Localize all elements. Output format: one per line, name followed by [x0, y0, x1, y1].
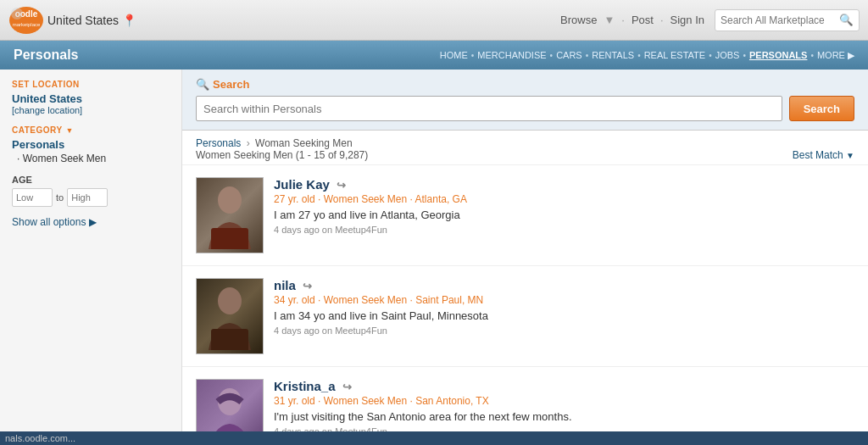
listing-item: Julie Kay ↪ 27 yr. old · Women Seek Men …: [182, 165, 868, 266]
main-content: SET LOCATION United States [change locat…: [0, 70, 868, 443]
listing-time-1: 4 days ago on Meetup4Fun: [274, 225, 854, 235]
listing-meta-2: 34 yr. old · Women Seek Men · Saint Paul…: [274, 294, 854, 306]
post-link[interactable]: Post: [632, 14, 654, 26]
nav-merchandise[interactable]: MERCHANDISE: [477, 50, 546, 60]
section-title: Personals: [14, 47, 78, 63]
listing-meta-1: 27 yr. old · Women Seek Men · Atlanta, G…: [274, 193, 854, 205]
listing-name-2: nila ↪: [274, 278, 854, 292]
breadcrumb-left: Personals › Woman Seeking Men Women Seek…: [196, 137, 368, 161]
svg-rect-7: [211, 329, 248, 350]
category-dropdown-icon[interactable]: ▼: [66, 126, 74, 135]
site-header: oodle marketplace United States 📍 Browse…: [0, 0, 868, 41]
nav-home[interactable]: HOME: [440, 50, 468, 60]
header-search-input[interactable]: [715, 14, 834, 26]
search-area: 🔍 Search Search: [182, 70, 868, 131]
age-label: AGE: [12, 175, 170, 185]
share-icon-3[interactable]: ↪: [342, 381, 352, 393]
age-inputs: to: [12, 188, 170, 207]
sidebar-location-value: United States: [12, 92, 170, 105]
svg-point-4: [218, 186, 242, 214]
sidebar-change-location[interactable]: [change location]: [12, 105, 170, 115]
location-pin-icon: 📍: [122, 14, 136, 27]
share-icon-2[interactable]: ↪: [303, 280, 312, 292]
results-count: Women Seeking Men (1 - 15 of 9,287): [196, 149, 368, 161]
svg-point-3: [11, 8, 23, 19]
age-to-label: to: [56, 192, 64, 203]
nav-more[interactable]: MORE ▶: [817, 50, 854, 61]
search-magnifier-icon: 🔍: [196, 78, 209, 91]
listing-desc-2: I am 34 yo and live in Saint Paul, Minne…: [274, 309, 854, 322]
age-high-input[interactable]: [67, 188, 108, 207]
nav-sep-dot-1: ·: [621, 14, 625, 26]
listing-name-3: Kristina_a ↪: [274, 379, 854, 393]
category-main-item[interactable]: Personals: [12, 138, 170, 151]
share-icon-1[interactable]: ↪: [337, 179, 346, 192]
header-search-button[interactable]: 🔍: [834, 14, 859, 26]
svg-text:marketplace: marketplace: [13, 22, 41, 27]
listing-meta-3: 31 yr. old · Women Seek Men · San Antoni…: [274, 395, 854, 407]
change-location-link[interactable]: [change location]: [12, 105, 82, 115]
content-area: 🔍 Search Search Personals › Woman Seekin…: [182, 70, 868, 443]
sidebar-category-section: CATEGORY ▼ Personals Women Seek Men: [12, 125, 170, 164]
header-nav: Browse ▼ · Post · Sign In: [560, 14, 704, 26]
listing-item: nila ↪ 34 yr. old · Women Seek Men · Sai…: [182, 266, 868, 367]
listing-info-1: Julie Kay ↪ 27 yr. old · Women Seek Men …: [274, 177, 854, 253]
listing-info-2: nila ↪ 34 yr. old · Women Seek Men · Sai…: [274, 278, 854, 354]
sort-arrow-icon: ▼: [846, 151, 854, 160]
svg-rect-5: [211, 228, 248, 249]
search-button[interactable]: Search: [789, 96, 854, 121]
search-title: 🔍 Search: [196, 78, 854, 91]
search-row: Search: [196, 96, 854, 121]
header-search-box: 🔍: [715, 9, 860, 31]
nav-sep-1: ▼: [604, 14, 615, 26]
sub-nav: HOME • MERCHANDISE • CARS • RENTALS • RE…: [440, 50, 854, 61]
breadcrumb-subsection: Woman Seeking Men: [255, 137, 353, 149]
nav-real-estate[interactable]: REAL ESTATE: [644, 50, 706, 60]
thumb-image-2: [197, 279, 263, 353]
signin-link[interactable]: Sign In: [670, 14, 704, 26]
nav-sep-dot-2: ·: [660, 14, 664, 26]
nav-rentals[interactable]: RENTALS: [592, 50, 634, 60]
listing-time-2: 4 days ago on Meetup4Fun: [274, 325, 854, 336]
breadcrumb-area: Personals › Woman Seeking Men Women Seek…: [182, 131, 868, 165]
logo-area[interactable]: oodle marketplace: [8, 5, 44, 36]
sub-header: Personals HOME • MERCHANDISE • CARS • RE…: [0, 41, 868, 70]
listing-thumb-2[interactable]: [196, 278, 264, 354]
oodle-logo-icon[interactable]: oodle marketplace: [8, 5, 44, 36]
breadcrumb: Personals › Woman Seeking Men: [196, 137, 368, 149]
svg-point-6: [218, 287, 242, 314]
sidebar-age-section: AGE to: [12, 175, 170, 207]
header-location-text: United States: [47, 14, 119, 27]
listing-desc-1: I am 27 yo and live in Atlanta, Georgia: [274, 209, 854, 221]
listing-name-1: Julie Kay ↪: [274, 177, 854, 192]
set-location-label: SET LOCATION: [12, 80, 170, 89]
show-all-options[interactable]: Show all options ▶: [12, 215, 170, 228]
nav-cars[interactable]: CARS: [556, 50, 582, 60]
listing-desc-3: I'm just visiting the San Antonio area f…: [274, 410, 854, 423]
category-label: CATEGORY ▼: [12, 125, 170, 135]
browse-link[interactable]: Browse: [560, 14, 597, 26]
category-sub-item[interactable]: Women Seek Men: [17, 153, 170, 164]
nav-personals[interactable]: PERSONALS: [749, 50, 807, 60]
breadcrumb-section[interactable]: Personals: [196, 137, 241, 149]
search-input[interactable]: [196, 96, 782, 121]
sort-selector[interactable]: Best Match ▼: [793, 149, 854, 161]
header-location[interactable]: United States 📍: [47, 14, 136, 27]
age-low-input[interactable]: [12, 188, 53, 207]
nav-jobs[interactable]: JOBS: [715, 50, 740, 60]
listing-thumb-1[interactable]: [196, 177, 264, 253]
sidebar: SET LOCATION United States [change locat…: [0, 70, 182, 443]
show-all-link[interactable]: Show all options ▶: [12, 216, 97, 228]
sidebar-location-section: SET LOCATION United States [change locat…: [12, 80, 170, 115]
thumb-image-1: [197, 178, 263, 253]
header-right: Browse ▼ · Post · Sign In 🔍: [560, 9, 860, 31]
status-bar: nals.oodle.com...: [0, 431, 868, 445]
